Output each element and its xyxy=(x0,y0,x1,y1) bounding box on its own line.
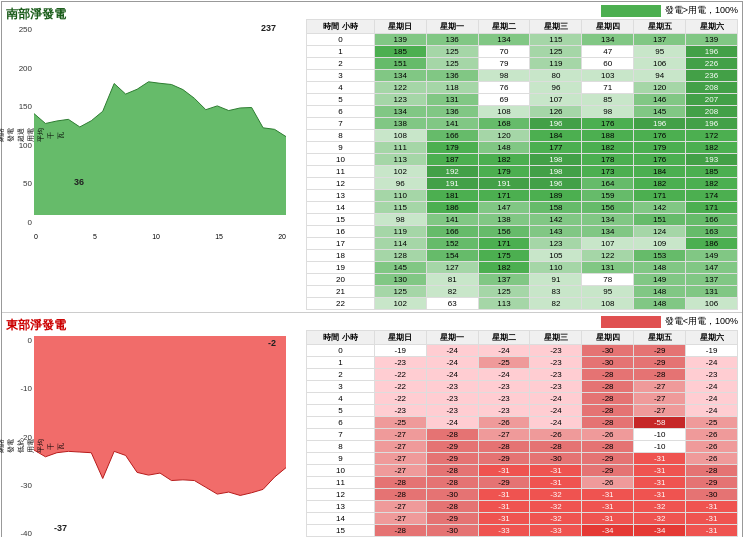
hour-cell: 18 xyxy=(307,250,375,262)
value-cell: 71 xyxy=(582,82,634,94)
table-row: 4-22-23-23-24-28-27-24 xyxy=(307,393,738,405)
hour-cell: 12 xyxy=(307,178,375,190)
value-cell: 148 xyxy=(634,262,686,274)
value-cell: -29 xyxy=(686,477,738,489)
table-header: 星期一 xyxy=(426,20,478,34)
value-cell: 136 xyxy=(426,106,478,118)
value-cell: 131 xyxy=(686,286,738,298)
y-label: -40 xyxy=(20,529,32,537)
value-cell: -26 xyxy=(686,441,738,453)
value-cell: 174 xyxy=(686,190,738,202)
svg-marker-1 xyxy=(34,336,286,495)
table-row: 11-28-28-29-31-26-31-29 xyxy=(307,477,738,489)
value-cell: 124 xyxy=(634,226,686,238)
value-cell: -10 xyxy=(634,441,686,453)
table-row: 9-27-29-29-30-29-31-26 xyxy=(307,453,738,465)
value-cell: -23 xyxy=(530,345,582,357)
table-header: 星期二 xyxy=(478,331,530,345)
value-cell: 151 xyxy=(634,214,686,226)
y-axis-label: 輸電網路發電超過用電平均千瓦 xyxy=(0,95,66,175)
value-cell: -31 xyxy=(530,477,582,489)
value-cell: -29 xyxy=(582,453,634,465)
value-cell: 96 xyxy=(530,82,582,94)
section-north: 南部淨發電 250200150100500 237 36 05101520 輸電… xyxy=(2,2,742,313)
value-cell: 186 xyxy=(686,238,738,250)
value-cell: -28 xyxy=(426,477,478,489)
value-cell: -28 xyxy=(582,417,634,429)
value-cell: 113 xyxy=(374,154,426,166)
value-cell: 196 xyxy=(634,118,686,130)
value-cell: 148 xyxy=(478,142,530,154)
hour-cell: 1 xyxy=(307,46,375,58)
value-cell: 138 xyxy=(374,118,426,130)
value-cell: 95 xyxy=(634,46,686,58)
value-cell: 134 xyxy=(582,226,634,238)
table-header: 星期二 xyxy=(478,20,530,34)
value-cell: -24 xyxy=(686,393,738,405)
chart-title-east: 東部淨發電 xyxy=(6,317,298,334)
value-cell: 146 xyxy=(634,94,686,106)
value-cell: -28 xyxy=(374,489,426,501)
hour-cell: 3 xyxy=(307,70,375,82)
value-cell: -22 xyxy=(374,369,426,381)
value-cell: -31 xyxy=(634,453,686,465)
table-row: 13-27-28-31-32-31-32-31 xyxy=(307,501,738,513)
y-label: 200 xyxy=(19,64,32,73)
value-cell: -22 xyxy=(374,381,426,393)
value-cell: 236 xyxy=(686,70,738,82)
hour-cell: 20 xyxy=(307,274,375,286)
hour-cell: 6 xyxy=(307,106,375,118)
value-cell: 85 xyxy=(582,94,634,106)
value-cell: 198 xyxy=(530,166,582,178)
hour-cell: 15 xyxy=(307,214,375,226)
value-cell: 187 xyxy=(426,154,478,166)
value-cell: 185 xyxy=(686,166,738,178)
value-cell: 119 xyxy=(374,226,426,238)
value-cell: -31 xyxy=(478,489,530,501)
value-cell: -31 xyxy=(530,465,582,477)
value-cell: 130 xyxy=(374,274,426,286)
value-cell: -32 xyxy=(530,489,582,501)
table-row: 10-27-28-31-31-29-31-28 xyxy=(307,465,738,477)
value-cell: 158 xyxy=(530,202,582,214)
value-cell: -24 xyxy=(426,369,478,381)
value-cell: 138 xyxy=(478,214,530,226)
value-cell: -28 xyxy=(582,369,634,381)
y-label: 50 xyxy=(23,179,32,188)
legend-box xyxy=(601,5,661,17)
value-cell: -23 xyxy=(478,381,530,393)
value-cell: 82 xyxy=(426,286,478,298)
value-cell: -24 xyxy=(426,417,478,429)
table-row: 15-28-30-33-33-34-34-31 xyxy=(307,525,738,537)
value-cell: 134 xyxy=(582,34,634,46)
value-cell: -32 xyxy=(634,513,686,525)
value-cell: 208 xyxy=(686,82,738,94)
table-header: 星期日 xyxy=(374,331,426,345)
hour-cell: 13 xyxy=(307,190,375,202)
value-cell: -33 xyxy=(478,525,530,537)
value-cell: 171 xyxy=(478,190,530,202)
value-cell: 136 xyxy=(426,34,478,46)
value-cell: 80 xyxy=(530,70,582,82)
table-header: 星期五 xyxy=(634,331,686,345)
value-cell: 102 xyxy=(374,298,426,310)
data-table: 時間 小時星期日星期一星期二星期三星期四星期五星期六 0-19-24-24-23… xyxy=(306,330,738,537)
value-cell: 47 xyxy=(582,46,634,58)
hour-cell: 4 xyxy=(307,82,375,94)
value-cell: -24 xyxy=(530,393,582,405)
value-cell: -31 xyxy=(634,477,686,489)
value-cell: -27 xyxy=(478,429,530,441)
data-table: 時間 小時星期日星期一星期二星期三星期四星期五星期六 0139136134115… xyxy=(306,19,738,310)
value-cell: -19 xyxy=(374,345,426,357)
x-label: 0 xyxy=(34,233,38,240)
value-cell: 149 xyxy=(634,274,686,286)
hour-cell: 7 xyxy=(307,429,375,441)
hour-cell: 5 xyxy=(307,94,375,106)
table-header: 星期六 xyxy=(686,20,738,34)
value-cell: 152 xyxy=(426,238,478,250)
y-label: -10 xyxy=(20,384,32,393)
table-row: 4122118769671120208 xyxy=(307,82,738,94)
value-cell: 111 xyxy=(374,142,426,154)
value-cell: 145 xyxy=(374,262,426,274)
value-cell: 106 xyxy=(634,58,686,70)
